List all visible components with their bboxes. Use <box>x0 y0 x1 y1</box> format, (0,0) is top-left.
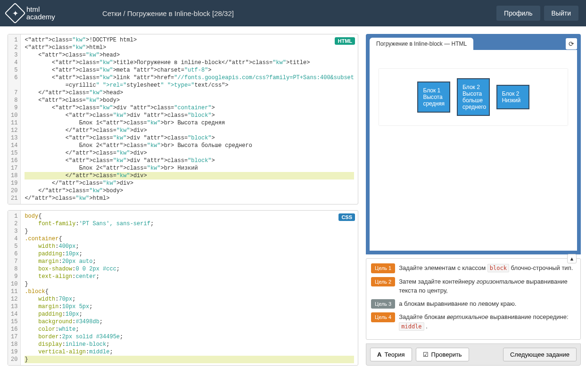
goal-text: Задайте элементам с классом block блочно… <box>399 263 576 273</box>
goal-row-4: Цель 4Задайте блокам вертикальное выравн… <box>371 312 576 331</box>
preview-panel: Погружение в Inline-block — HTML ⟳ Блок … <box>366 34 581 254</box>
goal-row-2: Цель 2Затем задайте контейнеру горизонта… <box>371 277 576 295</box>
profile-button[interactable]: Профиль <box>496 6 540 21</box>
logo[interactable]: ✦ htmlacademy <box>8 6 55 21</box>
logo-icon: ✦ <box>4 2 25 24</box>
check-label: Проверить <box>431 351 462 358</box>
html-editor[interactable]: HTML 123456 789101112131415161718192021 … <box>8 34 358 204</box>
goals-panel: ▲ Цель 1Задайте элементам с классом bloc… <box>366 258 581 340</box>
refresh-button[interactable]: ⟳ <box>566 38 577 49</box>
arrow-up-icon: ▲ <box>569 256 575 261</box>
breadcrumb[interactable]: Сетки / Погружение в Inline-block [28/32… <box>102 9 234 17</box>
demo-block-3: Блок 2Низкий <box>496 85 529 109</box>
theory-button[interactable]: A Теория <box>370 348 412 361</box>
preview-tab[interactable]: Погружение в Inline-block — HTML <box>370 38 473 50</box>
demo-block-1: Блок 1Высота средняя <box>417 82 450 113</box>
goal-badge: Цель 4 <box>371 312 395 322</box>
logout-button[interactable]: Выйти <box>544 6 578 21</box>
next-task-button[interactable]: Следующее задание <box>503 348 577 361</box>
editors-column: HTML 123456 789101112131415161718192021 … <box>8 34 358 366</box>
preview-body: Блок 1Высота средняя Блок 2Высота больше… <box>370 50 577 251</box>
check-icon: ☑ <box>423 351 429 358</box>
demo-block-2: Блок 2Высота больше среднего <box>457 78 490 116</box>
app-header: ✦ htmlacademy Сетки / Погружение в Inlin… <box>0 0 586 26</box>
goal-row-1: Цель 1Задайте элементам с классом block … <box>371 263 576 273</box>
goal-text: а блокам выравнивание по левому краю. <box>399 299 576 309</box>
goal-text: Задайте блокам вертикальное выравнивание… <box>399 312 576 331</box>
font-icon: A <box>377 351 381 358</box>
html-badge: HTML <box>335 37 355 45</box>
css-gutter: 1234567891011121314151617181920 <box>8 211 21 365</box>
demo-container: Блок 1Высота средняя Блок 2Высота больше… <box>379 69 568 125</box>
css-code[interactable]: body{ font-family:'PT Sans', sans-serif;… <box>21 211 358 365</box>
goal-text: Затем задайте контейнеру горизонтальное … <box>399 277 576 295</box>
preview-column: Погружение в Inline-block — HTML ⟳ Блок … <box>366 34 581 366</box>
refresh-icon: ⟳ <box>569 40 574 48</box>
goal-badge: Цель 2 <box>371 277 395 287</box>
css-badge: CSS <box>338 213 355 221</box>
check-button[interactable]: ☑ Проверить <box>416 348 469 361</box>
goals-collapse-button[interactable]: ▲ <box>567 254 577 263</box>
logo-text: htmlacademy <box>26 6 55 21</box>
css-editor[interactable]: CSS 1234567891011121314151617181920 body… <box>8 210 358 366</box>
preview-tabs: Погружение в Inline-block — HTML ⟳ <box>370 38 577 50</box>
bottom-bar: A Теория ☑ Проверить Следующее задание <box>366 343 581 366</box>
main-layout: HTML 123456 789101112131415161718192021 … <box>0 26 586 373</box>
goal-badge: Цель 3 <box>371 299 395 309</box>
goal-badge: Цель 1 <box>371 263 395 273</box>
theory-label: Теория <box>384 351 404 358</box>
html-code[interactable]: <"attr">class="kw">!DOCTYPE html><"attr"… <box>21 34 358 204</box>
html-gutter: 123456 789101112131415161718192021 <box>8 34 21 204</box>
goal-row-3: Цель 3а блокам выравнивание по левому кр… <box>371 299 576 309</box>
